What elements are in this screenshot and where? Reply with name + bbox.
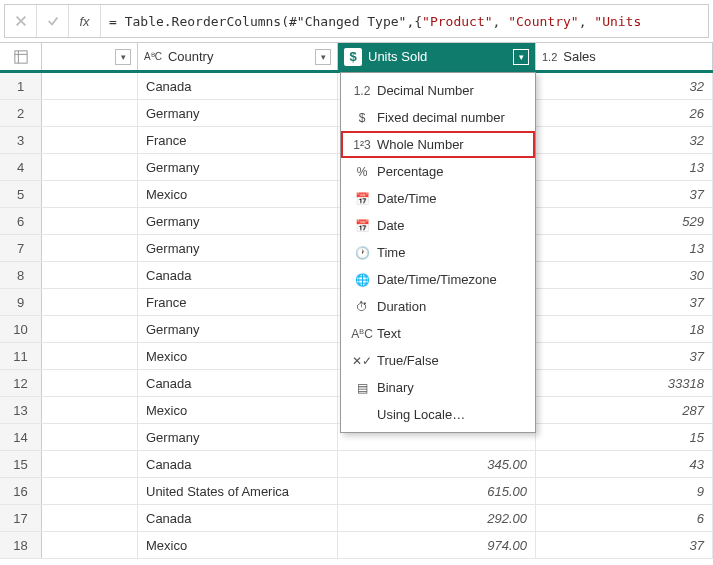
cell-country[interactable]: Germany <box>138 316 338 342</box>
cell-country[interactable]: Mexico <box>138 343 338 369</box>
table-row[interactable]: 17Canada292.006 <box>0 505 713 532</box>
row-number[interactable]: 9 <box>0 289 42 315</box>
decimal-type-icon[interactable]: 1.2 <box>542 51 557 63</box>
table-row[interactable]: 18Mexico974.0037 <box>0 532 713 559</box>
cell-sales[interactable]: 529 <box>536 208 713 234</box>
text-type-icon[interactable]: AᴮC <box>144 51 162 62</box>
row-number[interactable]: 10 <box>0 316 42 342</box>
cell-sales[interactable]: 13 <box>536 235 713 261</box>
type-menu-item[interactable]: $Fixed decimal number <box>341 104 535 131</box>
column-header-sales[interactable]: 1.2 Sales <box>536 43 713 70</box>
cell-product[interactable] <box>42 505 138 531</box>
cell-product[interactable] <box>42 343 138 369</box>
type-menu-item[interactable]: 🌐Date/Time/Timezone <box>341 266 535 293</box>
cell-sales[interactable]: 15 <box>536 424 713 450</box>
table-row[interactable]: 16United States of America615.009 <box>0 478 713 505</box>
cell-sales[interactable]: 13 <box>536 154 713 180</box>
cell-product[interactable] <box>42 316 138 342</box>
fx-icon[interactable]: fx <box>69 5 101 37</box>
row-number[interactable]: 5 <box>0 181 42 207</box>
type-menu-item[interactable]: AᴮCText <box>341 320 535 347</box>
row-number[interactable]: 16 <box>0 478 42 504</box>
cell-country[interactable]: France <box>138 289 338 315</box>
column-header-units-sold[interactable]: $ Units Sold ▾ <box>338 43 536 70</box>
currency-type-icon[interactable]: $ <box>344 48 362 66</box>
row-number[interactable]: 12 <box>0 370 42 396</box>
cell-country[interactable]: Mexico <box>138 532 338 558</box>
table-row[interactable]: 15Canada345.0043 <box>0 451 713 478</box>
row-number[interactable]: 6 <box>0 208 42 234</box>
chevron-down-icon[interactable]: ▾ <box>513 49 529 65</box>
cell-product[interactable] <box>42 181 138 207</box>
cell-product[interactable] <box>42 262 138 288</box>
cell-country[interactable]: Germany <box>138 208 338 234</box>
cell-product[interactable] <box>42 127 138 153</box>
row-number[interactable]: 14 <box>0 424 42 450</box>
cell-product[interactable] <box>42 208 138 234</box>
cell-sales[interactable]: 33318 <box>536 370 713 396</box>
cell-country[interactable]: Canada <box>138 73 338 99</box>
row-number[interactable]: 13 <box>0 397 42 423</box>
cell-country[interactable]: Germany <box>138 154 338 180</box>
cell-country[interactable]: Canada <box>138 262 338 288</box>
cell-sales[interactable]: 37 <box>536 532 713 558</box>
cell-country[interactable]: Mexico <box>138 181 338 207</box>
row-number[interactable]: 7 <box>0 235 42 261</box>
cell-product[interactable] <box>42 289 138 315</box>
cell-units[interactable]: 974.00 <box>338 532 536 558</box>
cell-product[interactable] <box>42 100 138 126</box>
cell-country[interactable]: Mexico <box>138 397 338 423</box>
cell-units[interactable]: 292.00 <box>338 505 536 531</box>
cell-sales[interactable]: 32 <box>536 73 713 99</box>
cell-sales[interactable]: 37 <box>536 181 713 207</box>
type-menu-item[interactable]: ⏱Duration <box>341 293 535 320</box>
cell-product[interactable] <box>42 154 138 180</box>
cell-country[interactable]: United States of America <box>138 478 338 504</box>
cancel-formula-icon[interactable] <box>5 5 37 37</box>
cell-units[interactable]: 345.00 <box>338 451 536 477</box>
chevron-down-icon[interactable]: ▾ <box>115 49 131 65</box>
row-number[interactable]: 18 <box>0 532 42 558</box>
cell-product[interactable] <box>42 370 138 396</box>
cell-sales[interactable]: 9 <box>536 478 713 504</box>
type-menu-item[interactable]: %Percentage <box>341 158 535 185</box>
type-menu-item[interactable]: 🕐Time <box>341 239 535 266</box>
cell-country[interactable]: Canada <box>138 451 338 477</box>
cell-product[interactable] <box>42 478 138 504</box>
column-header-product[interactable]: ▾ <box>42 43 138 70</box>
type-menu-item[interactable]: 1²3Whole Number <box>341 131 535 158</box>
cell-product[interactable] <box>42 532 138 558</box>
row-number[interactable]: 15 <box>0 451 42 477</box>
accept-formula-icon[interactable] <box>37 5 69 37</box>
type-menu-item[interactable]: ✕✓True/False <box>341 347 535 374</box>
cell-sales[interactable]: 37 <box>536 343 713 369</box>
row-number[interactable]: 4 <box>0 154 42 180</box>
cell-sales[interactable]: 43 <box>536 451 713 477</box>
type-menu-item[interactable]: ▤Binary <box>341 374 535 401</box>
row-number[interactable]: 1 <box>0 73 42 99</box>
cell-sales[interactable]: 37 <box>536 289 713 315</box>
cell-units[interactable]: 615.00 <box>338 478 536 504</box>
row-number[interactable]: 17 <box>0 505 42 531</box>
cell-country[interactable]: Germany <box>138 235 338 261</box>
type-menu-item[interactable]: Using Locale… <box>341 401 535 428</box>
type-menu-item[interactable]: 📅Date <box>341 212 535 239</box>
cell-sales[interactable]: 32 <box>536 127 713 153</box>
cell-product[interactable] <box>42 424 138 450</box>
chevron-down-icon[interactable]: ▾ <box>315 49 331 65</box>
cell-country[interactable]: Germany <box>138 100 338 126</box>
cell-country[interactable]: Germany <box>138 424 338 450</box>
cell-sales[interactable]: 30 <box>536 262 713 288</box>
cell-product[interactable] <box>42 397 138 423</box>
column-header-country[interactable]: AᴮC Country ▾ <box>138 43 338 70</box>
cell-country[interactable]: Canada <box>138 505 338 531</box>
row-number[interactable]: 11 <box>0 343 42 369</box>
formula-input[interactable]: = Table.ReorderColumns(#"Changed Type",{… <box>101 14 708 29</box>
table-options-icon[interactable] <box>0 43 42 70</box>
type-menu-item[interactable]: 📅Date/Time <box>341 185 535 212</box>
row-number[interactable]: 2 <box>0 100 42 126</box>
cell-country[interactable]: France <box>138 127 338 153</box>
cell-sales[interactable]: 6 <box>536 505 713 531</box>
cell-country[interactable]: Canada <box>138 370 338 396</box>
cell-sales[interactable]: 26 <box>536 100 713 126</box>
